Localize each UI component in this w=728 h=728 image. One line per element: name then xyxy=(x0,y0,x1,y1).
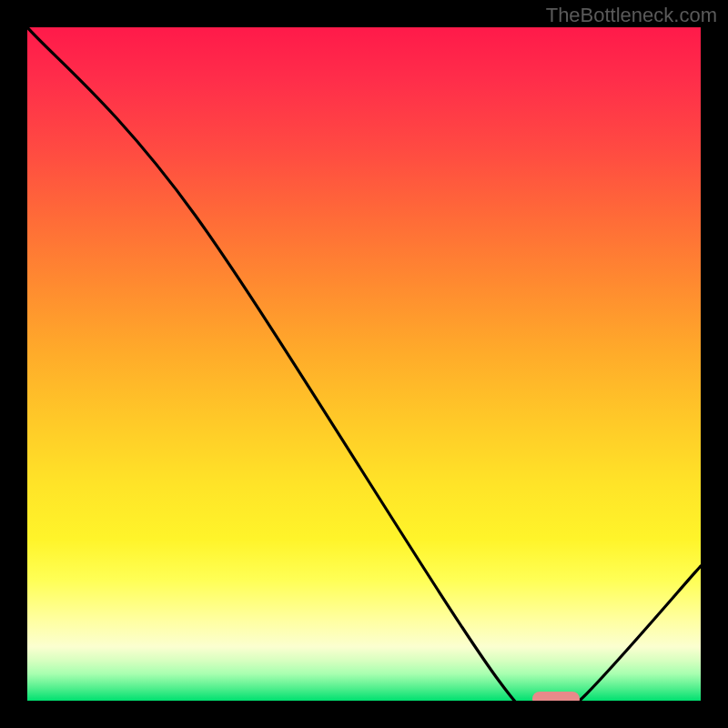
watermark-text: TheBottleneck.com xyxy=(546,4,717,27)
plot-area xyxy=(27,27,701,701)
bottleneck-curve xyxy=(27,27,701,701)
optimal-marker xyxy=(532,692,580,701)
